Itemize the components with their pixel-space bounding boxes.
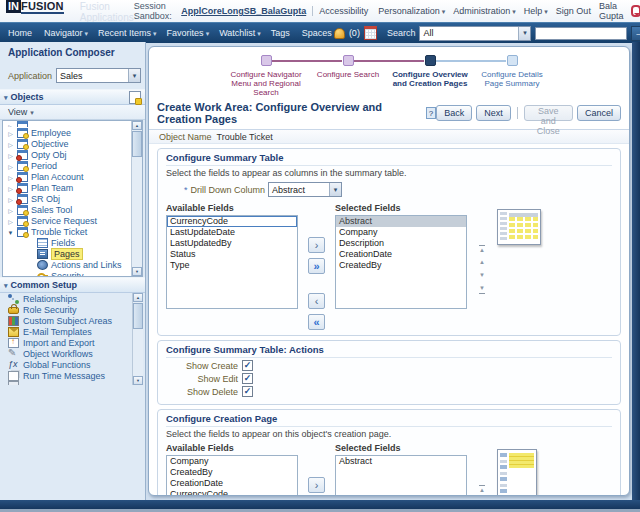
- header-menu-item[interactable]: Accessibility: [319, 6, 370, 16]
- summary-selected-fields-list[interactable]: AbstractCompanyDescriptionCreationDateCr…: [335, 215, 467, 309]
- nav-menu-item[interactable]: Recent Items: [98, 28, 157, 38]
- expand-icon[interactable]: [7, 121, 14, 127]
- objects-section-header[interactable]: Objects: [0, 89, 145, 105]
- header-menu-item[interactable]: Help: [524, 6, 548, 16]
- common-setup-item[interactable]: Import and Export: [2, 337, 133, 348]
- remove-all-icon[interactable]: [308, 314, 325, 330]
- common-setup-item[interactable]: Global Functions: [2, 359, 133, 370]
- move-down-icon[interactable]: [477, 271, 487, 280]
- move-selected-icon[interactable]: [308, 237, 325, 253]
- nav-menu-item[interactable]: Tags: [271, 28, 292, 38]
- tree-item[interactable]: Service Request: [3, 215, 132, 226]
- expand-icon[interactable]: [7, 183, 14, 193]
- list-option[interactable]: CreatedBy: [336, 260, 466, 271]
- view-menu-button[interactable]: View: [4, 106, 38, 118]
- move-all-icon[interactable]: [308, 258, 325, 274]
- help-icon[interactable]: [426, 107, 437, 119]
- notifications-bell-icon[interactable]: [334, 28, 345, 39]
- expand-icon[interactable]: [7, 194, 14, 204]
- back-button[interactable]: Back: [436, 105, 472, 121]
- tree-item[interactable]: SR Obj: [3, 193, 132, 204]
- expand-icon[interactable]: [7, 205, 14, 215]
- tree-item[interactable]: Objective: [3, 138, 132, 149]
- nav-menu-item[interactable]: Navigator: [44, 28, 88, 38]
- list-option[interactable]: Abstract: [336, 456, 466, 467]
- expand-icon[interactable]: [7, 216, 14, 226]
- application-select[interactable]: Sales: [56, 68, 141, 83]
- tree-scrollbar[interactable]: [131, 121, 142, 276]
- list-option[interactable]: Description: [336, 238, 466, 249]
- save-and-close-button[interactable]: Save and Close: [524, 105, 573, 121]
- expand-icon[interactable]: [7, 128, 14, 138]
- scrollbar-thumb[interactable]: [132, 131, 142, 157]
- list-option[interactable]: CreationDate: [167, 478, 297, 489]
- common-setup-item[interactable]: Object Workflows: [2, 348, 133, 359]
- session-sandbox-link[interactable]: ApplCoreLongSB_BalaGupta: [181, 6, 306, 16]
- train-step[interactable]: Configure Details Page Summary: [471, 55, 553, 97]
- expand-icon[interactable]: [7, 150, 14, 160]
- common-setup-item[interactable]: Role Security: [2, 304, 133, 315]
- list-option[interactable]: Company: [167, 456, 297, 467]
- remove-selected-icon[interactable]: [308, 293, 325, 309]
- checkbox[interactable]: [242, 386, 253, 397]
- checkbox[interactable]: [242, 360, 253, 371]
- common-setup-item[interactable]: E-Mail Templates: [2, 326, 133, 337]
- common-setup-header[interactable]: Common Setup: [0, 277, 145, 293]
- list-option[interactable]: LastUpdatedBy: [167, 238, 297, 249]
- tree-item[interactable]: Plan Team: [3, 182, 132, 193]
- common-setup-scrollbar[interactable]: [132, 293, 143, 385]
- move-selected-icon[interactable]: [308, 477, 325, 493]
- list-option[interactable]: CreationDate: [336, 249, 466, 260]
- header-menu-item[interactable]: Administration: [453, 6, 516, 16]
- nav-menu-item[interactable]: Home: [8, 28, 34, 38]
- move-to-top-icon[interactable]: [477, 245, 487, 254]
- list-option[interactable]: LastUpdateDate: [167, 227, 297, 238]
- list-option[interactable]: Type: [167, 260, 297, 271]
- tree-item[interactable]: Opty Obj: [3, 149, 132, 160]
- common-setup-item[interactable]: Run Time Messages: [2, 370, 133, 381]
- nav-menu-item[interactable]: Watchlist: [219, 28, 261, 38]
- header-menu-item[interactable]: Sign Out: [556, 6, 593, 16]
- tree-item[interactable]: Sales Tool: [3, 204, 132, 215]
- expand-icon[interactable]: [7, 161, 14, 171]
- expand-icon[interactable]: [7, 227, 14, 237]
- scroll-up-icon[interactable]: [132, 121, 142, 130]
- expand-icon[interactable]: [7, 172, 14, 182]
- tree-item[interactable]: Pages: [3, 248, 132, 259]
- list-option[interactable]: Company: [336, 227, 466, 238]
- tree-item[interactable]: Trouble Ticket: [3, 226, 132, 237]
- common-setup-item[interactable]: Relationships: [2, 293, 133, 304]
- move-up-icon[interactable]: [477, 258, 487, 267]
- checkbox[interactable]: [242, 373, 253, 384]
- search-input[interactable]: [535, 27, 627, 40]
- nav-menu-item[interactable]: Spaces: [302, 28, 334, 38]
- cancel-button[interactable]: Cancel: [577, 105, 621, 121]
- create-object-icon[interactable]: [129, 91, 141, 104]
- expand-icon[interactable]: [7, 139, 14, 149]
- tree-item[interactable]: Actions and Links: [3, 259, 132, 270]
- list-option[interactable]: CurrencyCode: [167, 489, 297, 496]
- tree-item[interactable]: Plan Account: [3, 171, 132, 182]
- tree-item[interactable]: Fields: [3, 237, 132, 248]
- scroll-down-icon[interactable]: [132, 267, 142, 276]
- drill-down-column-select[interactable]: Abstract: [268, 182, 342, 197]
- list-option[interactable]: Abstract: [336, 216, 466, 227]
- scroll-down-icon[interactable]: [133, 376, 143, 385]
- scrollbar-thumb[interactable]: [133, 303, 143, 329]
- chat-icon[interactable]: [631, 5, 640, 17]
- move-to-bottom-icon[interactable]: [477, 284, 487, 293]
- tree-item[interactable]: Employee: [3, 127, 132, 138]
- scroll-up-icon[interactable]: [133, 293, 143, 302]
- creation-selected-fields-list[interactable]: Abstract: [335, 455, 467, 496]
- calendar-icon[interactable]: [364, 26, 377, 40]
- search-go-button[interactable]: [631, 26, 640, 41]
- common-setup-item[interactable]: Custom Subject Areas: [2, 315, 133, 326]
- search-scope-select[interactable]: All: [419, 26, 531, 41]
- header-menu-item[interactable]: Personalization: [378, 6, 445, 16]
- list-option[interactable]: CurrencyCode: [167, 216, 297, 227]
- move-to-top-icon[interactable]: [477, 485, 487, 494]
- list-option[interactable]: Status: [167, 249, 297, 260]
- creation-available-fields-list[interactable]: CompanyCreatedByCreationDateCurrencyCode…: [166, 455, 298, 496]
- list-option[interactable]: CreatedBy: [167, 467, 297, 478]
- summary-available-fields-list[interactable]: CurrencyCodeLastUpdateDateLastUpdatedByS…: [166, 215, 298, 309]
